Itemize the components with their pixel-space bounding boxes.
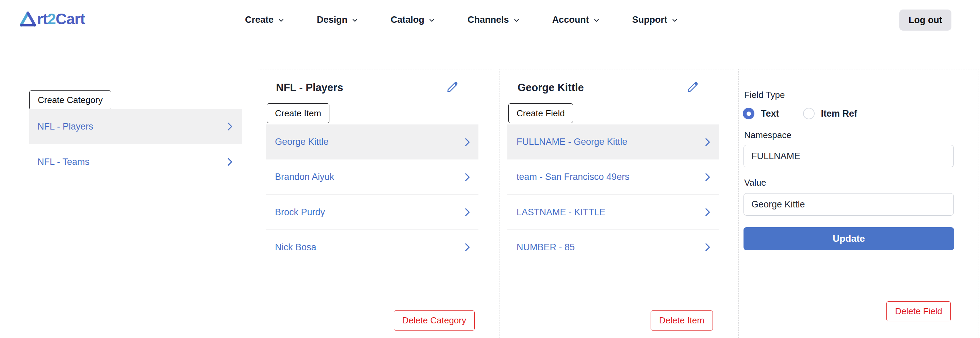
chevron-right-icon	[702, 241, 713, 253]
chevron-down-icon	[277, 16, 285, 24]
radio-item-ref-label: Item Ref	[821, 108, 858, 119]
chevron-right-icon	[224, 156, 235, 168]
list-item-george-kittle[interactable]: George Kittle	[266, 124, 479, 159]
pencil-icon	[445, 79, 460, 93]
app-root: rt2Cart Create Design Catalog Channels A…	[0, 0, 980, 338]
sidebar-item-nfl-players[interactable]: NFL - Players	[29, 109, 242, 144]
chevron-right-icon	[702, 206, 713, 218]
field-type-label: Field Type	[744, 90, 785, 100]
chevron-down-icon	[671, 16, 679, 24]
field-row-team[interactable]: team - San Francisco 49ers	[508, 159, 719, 195]
value-input[interactable]	[743, 193, 954, 216]
field-list: FULLNAME - George Kittle team - San Fran…	[508, 124, 719, 265]
list-item-brock-purdy[interactable]: Brock Purdy	[266, 195, 479, 230]
field-row-number[interactable]: NUMBER - 85	[508, 230, 719, 265]
delete-item-button[interactable]: Delete Item	[651, 311, 713, 330]
edit-category-button[interactable]	[445, 78, 460, 93]
chevron-right-icon	[702, 136, 713, 148]
brand-wordmark: rt2Cart	[37, 10, 85, 28]
chevron-down-icon	[593, 16, 600, 24]
list-item-brandon-aiyuk[interactable]: Brandon Aiyuk	[266, 159, 479, 195]
nav-item-create[interactable]: Create	[245, 14, 285, 25]
field-row-fullname[interactable]: FULLNAME - George Kittle	[508, 124, 719, 159]
nav-item-catalog[interactable]: Catalog	[391, 14, 436, 25]
delete-field-button[interactable]: Delete Field	[886, 301, 951, 321]
chevron-right-icon	[461, 206, 473, 218]
field-edit-panel: Field Type Text Item Ref Namespace Value…	[738, 69, 979, 338]
radio-item-ref[interactable]	[803, 108, 815, 119]
brand-logo[interactable]: rt2Cart	[20, 10, 85, 28]
chevron-right-icon	[461, 241, 473, 253]
chevron-down-icon	[513, 16, 520, 24]
chevron-right-icon	[461, 136, 473, 148]
edit-item-button[interactable]	[685, 78, 700, 93]
logout-button[interactable]: Log out	[899, 10, 951, 30]
main-menu: Create Design Catalog Channels Account S…	[245, 0, 679, 40]
create-category-button[interactable]: Create Category	[29, 90, 111, 110]
field-type-radio-group: Text Item Ref	[743, 108, 857, 119]
namespace-label: Namespace	[744, 130, 791, 140]
pencil-icon	[685, 79, 700, 93]
nav-item-support[interactable]: Support	[632, 14, 679, 25]
sidebar-item-nfl-teams[interactable]: NFL - Teams	[29, 144, 242, 179]
namespace-input[interactable]	[743, 145, 954, 167]
update-button[interactable]: Update	[743, 227, 954, 250]
create-field-button[interactable]: Create Field	[508, 103, 573, 123]
radio-text-label: Text	[761, 108, 779, 119]
list-item-nick-bosa[interactable]: Nick Bosa	[266, 230, 479, 265]
chevron-right-icon	[224, 121, 235, 132]
brand-triangle-icon	[20, 11, 37, 27]
item-detail-panel: George Kittle Create Field FULLNAME - Ge…	[500, 69, 734, 338]
top-nav-bar: rt2Cart Create Design Catalog Channels A…	[0, 0, 980, 40]
category-detail-panel: NFL - Players Create Item George Kittle …	[258, 69, 494, 338]
nav-item-account[interactable]: Account	[552, 14, 600, 25]
chevron-right-icon	[702, 171, 713, 183]
create-item-button[interactable]: Create Item	[267, 103, 329, 123]
chevron-right-icon	[461, 171, 473, 183]
chevron-down-icon	[428, 16, 436, 24]
value-label: Value	[744, 178, 766, 188]
field-row-lastname[interactable]: LASTNAME - KITTLE	[508, 195, 719, 230]
nav-item-design[interactable]: Design	[317, 14, 359, 25]
category-panel-title: NFL - Players	[276, 82, 343, 94]
item-list: George Kittle Brandon Aiyuk Brock Purdy …	[266, 124, 479, 265]
chevron-down-icon	[351, 16, 359, 24]
delete-category-button[interactable]: Delete Category	[394, 311, 475, 330]
nav-item-channels[interactable]: Channels	[468, 14, 520, 25]
radio-text-selected[interactable]	[743, 108, 754, 119]
item-panel-title: George Kittle	[517, 82, 584, 94]
